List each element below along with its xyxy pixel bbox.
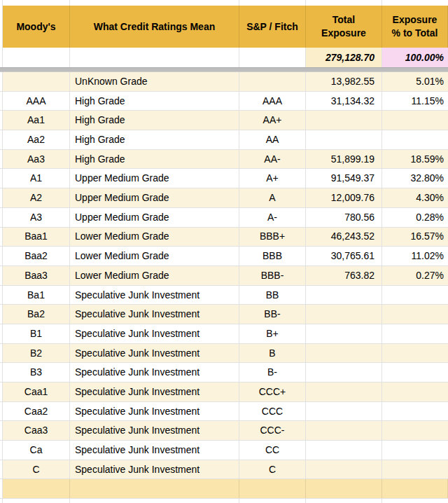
cell-sp-fitch-rating[interactable]: AA- [239, 150, 306, 169]
cell-moodys-rating[interactable]: C [3, 460, 70, 479]
cell-total-exposure[interactable] [306, 286, 382, 305]
cell-rating-meaning[interactable]: Speculative Junk Investment [70, 421, 239, 440]
cell-moodys-rating[interactable]: A1 [3, 169, 70, 188]
total-exposure-pct-value[interactable]: 100.00% [382, 48, 448, 67]
cell-exposure-pct[interactable]: 16.57% [382, 228, 448, 247]
cell-exposure-pct[interactable] [382, 383, 448, 401]
cell-exposure-pct[interactable]: 11.02% [382, 247, 448, 266]
cell-total-exposure[interactable]: 46,243.52 [306, 228, 382, 247]
cell-sp-fitch-rating[interactable]: A+ [239, 169, 306, 188]
cell-sp-fitch-rating[interactable]: CCC- [239, 421, 306, 440]
cell-moodys-rating[interactable]: Aa1 [3, 111, 70, 130]
cell-moodys-rating[interactable]: Ca [3, 441, 70, 460]
header-exposure-pct[interactable]: Exposure % to Total [382, 6, 448, 48]
cell-sp-fitch-rating[interactable] [239, 72, 306, 91]
cell-total-exposure[interactable]: 12,009.76 [306, 188, 382, 207]
cell-meaning-total[interactable] [70, 48, 239, 67]
cell-moodys-rating[interactable]: Ba1 [3, 286, 70, 305]
cell-rating-meaning[interactable]: Speculative Junk Investment [70, 286, 239, 305]
header-sp-fitch[interactable]: S&P / Fitch [239, 6, 306, 48]
cell-total-exposure[interactable] [306, 460, 382, 479]
cell-exposure-pct[interactable] [382, 130, 448, 149]
cell-rating-meaning[interactable]: High Grade [70, 111, 239, 130]
cell-sp-fitch-rating[interactable]: BBB- [239, 266, 306, 285]
cell-rating-meaning[interactable]: Lower Medium Grade [70, 247, 239, 266]
cell-sp-fitch-rating[interactable]: CCC+ [239, 383, 306, 401]
cell-rating-meaning[interactable]: Speculative Junk Investment [70, 305, 239, 324]
cell-total-exposure[interactable] [306, 305, 382, 324]
cell-rating-meaning[interactable]: Upper Medium Grade [70, 169, 239, 188]
cell-total-exposure[interactable]: 51,899.19 [306, 150, 382, 169]
cell-sp-fitch-rating[interactable]: BB [239, 286, 306, 305]
cell-sp-fitch-rating[interactable]: BBB [239, 247, 306, 266]
cell-total-exposure[interactable]: 763.82 [306, 266, 382, 285]
cell-exposure-pct[interactable] [382, 324, 448, 343]
cell-total-exposure[interactable]: 780.56 [306, 208, 382, 227]
cell-rating-meaning[interactable]: Upper Medium Grade [70, 188, 239, 207]
cell-moodys-rating[interactable]: B1 [3, 324, 70, 343]
cell-sp-fitch-rating[interactable]: AA [239, 130, 306, 149]
cell-sp-fitch-rating[interactable]: BB- [239, 305, 306, 324]
cell-rating-meaning[interactable]: Speculative Junk Investment [70, 363, 239, 382]
cell-total-exposure[interactable] [306, 383, 382, 401]
cell-sp-fitch-rating[interactable]: B [239, 344, 306, 363]
cell-exposure-pct[interactable] [382, 111, 448, 130]
cell-exposure-pct[interactable]: 18.59% [382, 150, 448, 169]
cell-moodys-total[interactable] [3, 48, 70, 67]
hidden-rows-divider[interactable] [0, 67, 448, 72]
footer-cell[interactable] [382, 479, 448, 498]
footer-cell[interactable] [70, 479, 239, 498]
cell-moodys-rating[interactable]: Caa3 [3, 421, 70, 440]
cell-moodys-rating[interactable]: Aa3 [3, 150, 70, 169]
cell-sp-fitch-rating[interactable]: A [239, 188, 306, 207]
cell-sp-fitch-rating[interactable]: B+ [239, 324, 306, 343]
cell-rating-meaning[interactable]: UnKnown Grade [70, 72, 239, 91]
cell-exposure-pct[interactable]: 0.27% [382, 266, 448, 285]
cell-total-exposure[interactable]: 91,549.37 [306, 169, 382, 188]
cell-exposure-pct[interactable]: 5.01% [382, 72, 448, 91]
cell-total-exposure[interactable] [306, 324, 382, 343]
cell-sp-fitch-rating[interactable]: CC [239, 441, 306, 460]
cell-moodys-rating[interactable]: B2 [3, 344, 70, 363]
cell-moodys-rating[interactable] [3, 72, 70, 91]
cell-sp-fitch-rating[interactable]: C [239, 460, 306, 479]
cell-rating-meaning[interactable]: Speculative Junk Investment [70, 324, 239, 343]
cell-exposure-pct[interactable]: 0.28% [382, 208, 448, 227]
cell-rating-meaning[interactable]: Speculative Junk Investment [70, 344, 239, 363]
cell-rating-meaning[interactable]: Speculative Junk Investment [70, 460, 239, 479]
cell-total-exposure[interactable]: 30,765.61 [306, 247, 382, 266]
cell-moodys-rating[interactable]: Caa2 [3, 402, 70, 421]
cell-exposure-pct[interactable] [382, 286, 448, 305]
cell-total-exposure[interactable] [306, 344, 382, 363]
cell-exposure-pct[interactable] [382, 363, 448, 382]
cell-moodys-rating[interactable]: A3 [3, 208, 70, 227]
cell-total-exposure[interactable]: 13,982.55 [306, 72, 382, 91]
cell-moodys-rating[interactable]: Caa1 [3, 383, 70, 401]
footer-cell[interactable] [239, 479, 306, 498]
cell-total-exposure[interactable] [306, 402, 382, 421]
cell-moodys-rating[interactable]: Baa1 [3, 228, 70, 247]
cell-total-exposure[interactable] [306, 421, 382, 440]
cell-rating-meaning[interactable]: Speculative Junk Investment [70, 383, 239, 401]
cell-exposure-pct[interactable]: 4.30% [382, 188, 448, 207]
cell-rating-meaning[interactable]: High Grade [70, 92, 239, 111]
cell-rating-meaning[interactable]: Speculative Junk Investment [70, 441, 239, 460]
cell-exposure-pct[interactable] [382, 402, 448, 421]
cell-total-exposure[interactable] [306, 130, 382, 149]
cell-exposure-pct[interactable] [382, 441, 448, 460]
cell-rating-meaning[interactable]: Upper Medium Grade [70, 208, 239, 227]
cell-moodys-rating[interactable]: AAA [3, 92, 70, 111]
cell-sp-fitch-rating[interactable]: A- [239, 208, 306, 227]
cell-exposure-pct[interactable] [382, 344, 448, 363]
cell-sp-fitch-rating[interactable]: BBB+ [239, 228, 306, 247]
header-meaning[interactable]: What Credit Ratings Mean [70, 6, 239, 48]
footer-cell[interactable] [306, 479, 382, 498]
cell-sp-fitch-rating[interactable]: B- [239, 363, 306, 382]
cell-moodys-rating[interactable]: Aa2 [3, 130, 70, 149]
cell-rating-meaning[interactable]: High Grade [70, 150, 239, 169]
cell-exposure-pct[interactable] [382, 421, 448, 440]
cell-total-exposure[interactable]: 31,134.32 [306, 92, 382, 111]
cell-total-exposure[interactable] [306, 441, 382, 460]
header-total-exposure[interactable]: Total Exposure [306, 6, 382, 48]
cell-moodys-rating[interactable]: Baa2 [3, 247, 70, 266]
